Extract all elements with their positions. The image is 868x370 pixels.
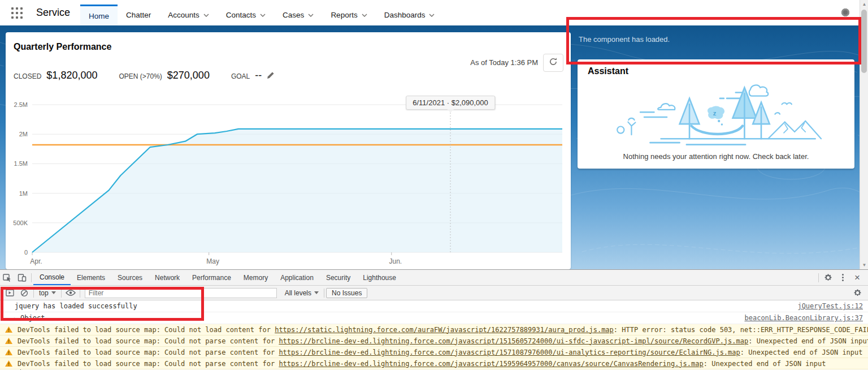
expand-caret-icon[interactable]: ▸ <box>14 315 17 321</box>
divider <box>80 289 80 298</box>
chevron-down-icon <box>51 291 56 294</box>
console-sidebar-toggle-icon[interactable] <box>2 286 17 300</box>
scrollbar-thumb[interactable] <box>861 10 867 73</box>
divider <box>818 273 819 282</box>
dashboard-card: Quarterly Performance As of Today 1:36 P… <box>6 32 571 269</box>
chevron-down-icon <box>203 14 209 17</box>
devtools-panel: Console Elements Sources Network Perform… <box>0 269 868 370</box>
svg-text:Jun.: Jun. <box>389 257 402 265</box>
svg-text:0: 0 <box>24 249 28 256</box>
devtools-tab-performance[interactable]: Performance <box>186 270 237 285</box>
clear-console-icon[interactable] <box>17 286 32 300</box>
kpi-closed: CLOSED $1,820,000 <box>14 70 97 81</box>
warning-icon <box>5 326 12 333</box>
console-filter-input[interactable] <box>85 288 277 298</box>
chevron-down-icon <box>308 14 314 17</box>
edit-pencil-icon[interactable] <box>267 71 275 81</box>
kpi-row: CLOSED $1,820,000 OPEN (>70%) $270,000 G… <box>14 70 296 81</box>
tab-chatter[interactable]: Chatter <box>118 5 159 25</box>
performance-chart: 0500K1M1.5M2M2.5MApr.MayJun. <box>6 93 571 269</box>
inspect-element-icon[interactable] <box>0 270 15 285</box>
device-toolbar-icon[interactable] <box>15 270 29 285</box>
context-selector[interactable]: top <box>39 289 56 297</box>
devtools-tab-sources[interactable]: Sources <box>111 270 149 285</box>
chevron-down-icon <box>429 14 435 17</box>
console-message-row: DevTools failed to load source map: Coul… <box>0 324 868 335</box>
no-issues-button[interactable]: No Issues <box>326 288 367 298</box>
assistant-empty-message: Nothing needs your attention right now. … <box>578 152 854 161</box>
live-expression-eye-icon[interactable] <box>63 286 78 300</box>
tab-accounts[interactable]: Accounts <box>159 5 218 25</box>
tab-contacts[interactable]: Contacts <box>218 5 274 25</box>
source-map-url-link[interactable]: https://brcline-dev-ed.lightning.force.c… <box>279 349 740 356</box>
console-message-text: jquery has loaded successfully <box>0 302 137 310</box>
console-message-text: DevTools failed to load source map: Coul… <box>16 360 826 368</box>
divider <box>31 273 32 282</box>
app-launcher-icon[interactable] <box>11 7 24 20</box>
devtools-close-icon[interactable]: × <box>850 270 865 285</box>
divider <box>324 289 324 298</box>
console-settings-gear-icon[interactable] <box>850 286 865 300</box>
warning-icon <box>5 360 12 367</box>
source-map-url-link[interactable]: https://static.lightning.force.com/auraF… <box>275 326 614 334</box>
svg-text:1M: 1M <box>19 190 28 197</box>
console-message-text: Object <box>20 314 45 322</box>
dashboard-title: Quarterly Performance <box>14 42 111 52</box>
app-name: Service <box>36 7 70 19</box>
devtools-settings-gear-icon[interactable] <box>821 270 835 285</box>
console-source-link[interactable]: jQueryTest.js:12 <box>797 302 868 310</box>
svg-text:1.5M: 1.5M <box>14 160 28 167</box>
chevron-down-icon <box>314 291 319 294</box>
refresh-icon <box>549 57 558 68</box>
component-loaded-toast: The component has loaded. <box>579 35 670 44</box>
screenshot-root: Service Home Chatter Accounts Contacts C… <box>0 0 868 370</box>
source-map-url-link[interactable]: https://brcline-dev-ed.lightning.force.c… <box>279 360 703 368</box>
page-scrollbar[interactable]: ▲ ▼ <box>860 0 868 269</box>
console-message-text: DevTools failed to load source map: Coul… <box>16 349 863 356</box>
panel-help-icon[interactable] <box>841 8 849 16</box>
svg-text:z: z <box>713 110 717 117</box>
devtools-tab-lighthouse[interactable]: Lighthouse <box>357 270 402 285</box>
as-of-timestamp: As of Today 1:36 PM <box>470 58 538 67</box>
svg-text:2.5M: 2.5M <box>14 101 28 108</box>
svg-text:May: May <box>206 257 219 265</box>
console-source-link[interactable]: beaconLib.BeaconLibrary.js:37 <box>744 314 868 322</box>
devtools-tab-network[interactable]: Network <box>149 270 186 285</box>
scroll-down-arrow[interactable]: ▼ <box>860 261 868 269</box>
tab-cases[interactable]: Cases <box>274 5 322 25</box>
refresh-button[interactable] <box>543 54 563 72</box>
assistant-card: Assistant <box>578 59 854 169</box>
console-message-row: DevTools failed to load source map: Coul… <box>0 335 868 347</box>
console-message-text: DevTools failed to load source map: Coul… <box>16 337 868 345</box>
devtools-tab-application[interactable]: Application <box>274 270 320 285</box>
console-message-text: DevTools failed to load source map: Coul… <box>16 326 868 334</box>
console-message-row: jquery has loaded successfullyjQueryTest… <box>0 300 868 312</box>
nav-tabs: Home Chatter Accounts Contacts Cases Rep… <box>80 5 443 25</box>
devtools-tab-elements[interactable]: Elements <box>71 270 111 285</box>
assistant-illustration: z <box>578 79 854 150</box>
top-nav: Service Home Chatter Accounts Contacts C… <box>0 0 868 25</box>
devtools-tabbar: Console Elements Sources Network Perform… <box>0 270 868 286</box>
scroll-up-arrow[interactable]: ▲ <box>860 0 868 8</box>
source-map-url-link[interactable]: https://brcline-dev-ed.lightning.force.c… <box>279 337 748 345</box>
console-message-row: DevTools failed to load source map: Coul… <box>0 358 868 369</box>
log-level-selector[interactable]: All levels <box>285 289 319 297</box>
devtools-tab-console[interactable]: Console <box>33 270 71 285</box>
warning-icon <box>5 338 12 344</box>
devtools-menu-kebab-icon[interactable] <box>835 270 850 285</box>
assistant-title: Assistant <box>588 66 628 76</box>
kpi-goal: GOAL -- <box>231 70 275 81</box>
tab-dashboards[interactable]: Dashboards <box>376 5 444 25</box>
console-message-row: DevTools failed to load source map: Coul… <box>0 347 868 358</box>
divider <box>61 289 62 298</box>
tab-home[interactable]: Home <box>80 5 118 25</box>
console-message-row: ▸ObjectbeaconLib.BeaconLibrary.js:37 <box>0 312 868 324</box>
tab-reports[interactable]: Reports <box>322 5 375 25</box>
devtools-tab-memory[interactable]: Memory <box>237 270 274 285</box>
svg-text:500K: 500K <box>13 220 28 226</box>
devtools-tab-security[interactable]: Security <box>320 270 357 285</box>
svg-text:Apr.: Apr. <box>30 257 42 265</box>
chevron-down-icon <box>260 14 266 17</box>
console-toolbar: top All levels No Issues <box>0 286 868 300</box>
console-messages: jquery has loaded successfullyjQueryTest… <box>0 300 868 369</box>
